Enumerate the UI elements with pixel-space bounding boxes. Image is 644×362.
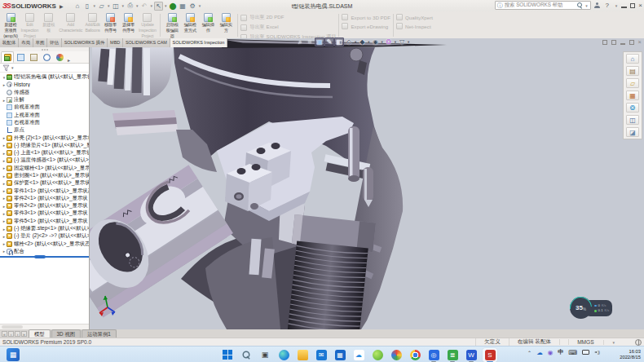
user-account-icon[interactable] <box>594 2 600 8</box>
tree-item[interactable]: 传感器 <box>0 89 89 96</box>
tree-item[interactable]: ▸History <box>0 81 89 88</box>
search-icon[interactable] <box>576 2 583 9</box>
commandmanager-tab[interactable]: 布局 <box>19 38 33 47</box>
tree-item[interactable]: ▸(-) 上盖<1> (默认<<默认>_显示状 <box>0 149 89 157</box>
tray-display-icon[interactable] <box>582 350 589 355</box>
zoom-to-area-icon[interactable]: ⌗ <box>305 38 315 46</box>
network-speed-overlay[interactable]: 0K/s 0.1K/s 35% <box>570 295 612 320</box>
browser-360-icon[interactable] <box>389 348 404 362</box>
export-command[interactable]: Export to 3D PDF <box>342 14 390 20</box>
tab-dimxpertmanager[interactable] <box>40 51 53 63</box>
tree-item[interactable]: ▸密封圈<1> (默认<<默认>_显示状 <box>0 172 89 179</box>
ribbon-button[interactable]: 启动模板编辑器 <box>163 12 181 38</box>
tree-item[interactable]: ▸零件2<2> (默认<<默认>_显示状 <box>0 202 89 210</box>
view-orientation-icon[interactable]: ◇ <box>344 38 354 46</box>
hide-show-items-icon[interactable]: ◉ <box>371 38 381 46</box>
tree-item[interactable]: ▸零件5<1> (默认<<默认>_显示状 <box>0 218 89 225</box>
options-gear-icon[interactable]: ⚙ <box>188 2 197 11</box>
ribbon-button[interactable]: 新建检查项目(amp;N) <box>2 12 20 38</box>
appearances-icon[interactable]: ❂ <box>626 103 639 113</box>
help-icon[interactable]: ? <box>603 2 611 9</box>
view-tab[interactable]: 3D 视图 <box>51 329 81 338</box>
tree-item[interactable]: ▸零件3<1> (默认<<默认>_显示状 <box>0 210 89 217</box>
commandmanager-tab[interactable]: 评估 <box>47 38 62 47</box>
annotation-view-icon[interactable]: ✎ <box>324 38 334 46</box>
tree-item[interactable]: ▸外壳 (2)<1> (默认<<默认>_显示状 <box>0 134 89 141</box>
tray-expand-icon[interactable]: ⌃ <box>527 350 532 355</box>
commandmanager-tab[interactable]: SOLIDWORKS CAM <box>123 38 170 47</box>
tree-item[interactable]: ▸保护套<1> (默认<<默认>_显示状 <box>0 179 89 187</box>
status-units[interactable]: MMGS ▾ <box>559 339 631 345</box>
tree-root[interactable]: ▾t型铠装热电偶 (默认<默认_显示状态-1> <box>0 73 89 81</box>
tree-item[interactable]: 前视基准面 <box>0 104 89 111</box>
new-file-icon[interactable]: ▯ <box>83 2 92 11</box>
tree-item[interactable]: ▸(-) 绝缘垫片<1> (默认<<默认>_显 <box>0 142 89 149</box>
file-explorer-icon[interactable]: ▱ <box>626 78 639 88</box>
wps-icon[interactable]: ≣ <box>445 348 460 362</box>
custom-properties-icon[interactable]: ◫ <box>626 115 639 125</box>
tree-item[interactable]: ▸注解 <box>0 96 89 104</box>
task-view-icon[interactable]: ▣ <box>258 348 272 362</box>
word-app-icon[interactable]: W <box>464 348 479 362</box>
ribbon-button[interactable]: 编辑检查方式 <box>181 12 199 38</box>
apply-scene-icon[interactable]: ▽ <box>397 38 407 46</box>
search-scope-icon[interactable]: ⓘ <box>497 2 503 10</box>
tree-item[interactable]: ▸零件1<1> (默认<<默认>_显示状态 <box>0 187 89 194</box>
zoom-to-fit-icon[interactable]: ⌕ <box>295 38 305 46</box>
tree-item[interactable]: 右视基准面 <box>0 119 89 126</box>
tree-item[interactable]: ▸(-) 温度传感器<1> (默认<<默认>_ <box>0 157 89 164</box>
tree-item[interactable]: ▸零件2<1> (默认<<默认>_显示状 <box>0 195 89 202</box>
export-command[interactable]: 导出至 2D PDF <box>240 14 336 21</box>
widgets-icon[interactable]: ▦ <box>7 348 20 361</box>
tree-item[interactable]: ▸配合 <box>0 248 89 255</box>
view-tab[interactable]: 运动算例1 <box>82 329 117 338</box>
ribbon-button[interactable]: 选择零件序号 <box>120 12 138 38</box>
search-icon[interactable] <box>239 348 254 362</box>
commandmanager-tab[interactable]: 草图 <box>33 38 48 47</box>
save-icon[interactable]: ◫ <box>112 2 121 11</box>
solidworks-app-icon[interactable]: S <box>483 348 497 362</box>
tab-scroll-buttons[interactable]: «‹›» <box>2 331 27 337</box>
rebuild-icon[interactable]: ⬤ <box>169 2 178 11</box>
export-command[interactable]: QualityXpert <box>396 14 433 20</box>
tray-location-icon[interactable]: ◉ <box>548 349 554 356</box>
select-cursor-icon[interactable]: ↖ <box>154 2 163 11</box>
status-globe-icon[interactable] <box>635 339 642 346</box>
doc-cascade-icon[interactable] <box>611 40 616 45</box>
export-command[interactable]: 导出至 Excel <box>240 24 336 31</box>
tree-item[interactable]: ▸(-) 绝缘套.step<1> (默认<<默认> <box>0 225 89 232</box>
leaf-app-icon[interactable] <box>370 348 385 362</box>
close-button[interactable]: × <box>638 2 642 10</box>
tree-item[interactable]: ▸螺栓<2> (默认<<默认>_显示状态 <box>0 241 89 248</box>
section-view-icon[interactable]: ▣ <box>315 38 324 46</box>
tray-ime-keyboard-icon[interactable]: ⌨ <box>568 349 577 356</box>
print-icon[interactable]: ⎙ <box>126 2 135 11</box>
commandmanager-tab[interactable]: MBD <box>108 38 123 47</box>
ribbon-button[interactable]: 编辑操作 <box>199 12 217 38</box>
tab-propertymanager[interactable] <box>14 51 27 63</box>
tray-ime-language[interactable]: 中 <box>558 348 563 356</box>
ribbon-button[interactable]: 编辑实方 <box>217 12 235 38</box>
ribbon-button[interactable]: EditInspectionProject <box>20 12 40 38</box>
export-command[interactable]: Net-Inspect <box>396 23 433 29</box>
ribbon-button[interactable]: 移除零件序号 <box>102 12 120 38</box>
ribbon-button[interactable]: UpdateInspectionProject <box>138 12 158 38</box>
view-palette-icon[interactable]: ▦ <box>626 90 639 100</box>
3d-model[interactable] <box>0 38 644 329</box>
commandmanager-tab[interactable]: SOLIDWORKS Inspection <box>170 38 227 47</box>
mail-icon[interactable]: ✉ <box>314 348 329 362</box>
tab-featuremanager[interactable] <box>1 51 14 63</box>
panel-tab-overflow-icon[interactable]: ▸ <box>68 57 70 63</box>
tree-item[interactable]: 上视基准面 <box>0 111 89 118</box>
filter-funnel-icon[interactable] <box>2 64 10 72</box>
home-icon[interactable]: ⌂ <box>73 2 82 11</box>
edge-icon[interactable] <box>276 348 291 362</box>
tab-configurationmanager[interactable] <box>27 51 40 63</box>
view-tab[interactable]: 模型 <box>29 329 51 338</box>
commandmanager-tab[interactable]: SOLIDWORKS 插件 <box>62 38 108 47</box>
tree-item[interactable]: ▸固定螺栓<1> (默认<<默认>_显示 <box>0 165 89 172</box>
open-file-icon[interactable]: ▱ <box>97 2 106 11</box>
doc-restore-icon[interactable] <box>629 40 634 45</box>
design-library-icon[interactable]: ▤ <box>626 66 639 76</box>
blue-app-icon[interactable]: ◎ <box>426 348 441 362</box>
